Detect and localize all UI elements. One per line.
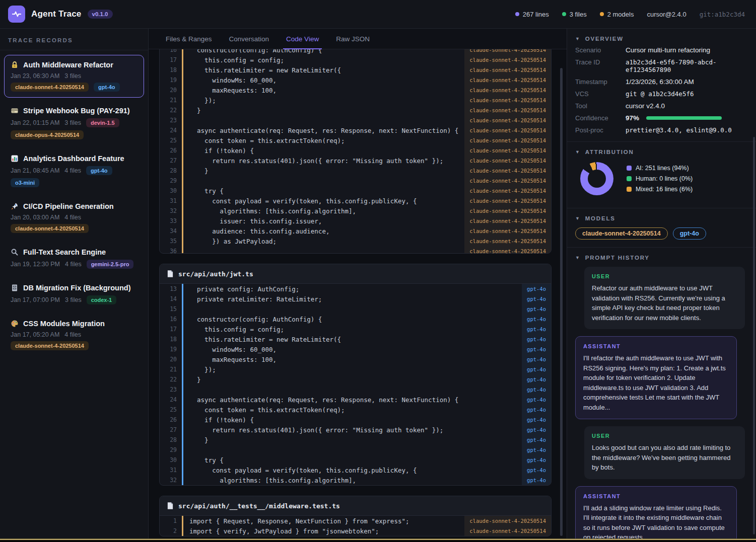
model-badge: gemini-2.5-pro xyxy=(87,260,134,269)
trace-title: Full-Text Search Engine xyxy=(23,248,106,256)
attribution-label: gpt-4o xyxy=(522,465,551,475)
legend-item: Mixed: 16 lines (6%) xyxy=(627,186,693,193)
trace-record-item[interactable]: CI/CD Pipeline GenerationJan 20, 03:00 A… xyxy=(4,196,144,239)
overview-label: Timestamp xyxy=(575,78,626,86)
main-scrollbar-thumb[interactable] xyxy=(560,68,563,536)
trace-file-count: 4 files xyxy=(64,167,81,174)
app-logo xyxy=(8,6,25,23)
code-text: } xyxy=(183,167,464,175)
code-text: this.config = config; xyxy=(183,326,522,333)
tab-files-ranges[interactable]: Files & Ranges xyxy=(166,29,212,49)
models-section: ▼ MODELS claude-sonnet-4-20250514gpt-4o xyxy=(567,208,756,248)
attribution-label: claude-sonnet-4-20250514 xyxy=(464,105,551,115)
trace-record-item[interactable]: Analytics Dashboard FeatureJan 21, 08:45… xyxy=(4,148,144,193)
overview-label: Scenario xyxy=(575,46,626,54)
line-number: 24 xyxy=(160,127,177,134)
code-view-scroll-area[interactable]: 16 constructor(config: AuthConfig) {clau… xyxy=(149,49,567,538)
line-number: 21 xyxy=(160,97,177,104)
trace-title: Analytics Dashboard Feature xyxy=(23,154,124,163)
trace-records-sidebar: TRACE RECORDS Auth Middleware RefactorJa… xyxy=(0,29,149,538)
model-badge: claude-sonnet-4-20250514 xyxy=(11,83,89,92)
model-pill[interactable]: claude-sonnet-4-20250514 xyxy=(575,227,668,240)
prompt-text: I'll add a sliding window rate limiter u… xyxy=(583,503,729,539)
line-number: 35 xyxy=(160,238,177,245)
trace-record-item[interactable]: DB Migration Fix (Background)Jan 17, 07:… xyxy=(4,278,144,311)
code-block-card: src/api/auth/__tests__/middleware.test.t… xyxy=(159,496,552,536)
attribution-label: gpt-4o xyxy=(522,395,551,405)
code-text: this.config = config; xyxy=(183,56,464,64)
trace-date: Jan 19, 12:30 PM xyxy=(11,261,60,268)
line-number: 14 xyxy=(160,295,177,302)
horizontal-scrollbar[interactable] xyxy=(0,538,756,542)
file-icon xyxy=(167,270,173,277)
attribution-label: claude-sonnet-4-20250514 xyxy=(464,216,551,226)
attribution-accent xyxy=(182,176,183,186)
line-number: 20 xyxy=(160,356,177,363)
trace-date: Jan 20, 03:00 AM xyxy=(11,214,59,221)
tab-raw-json[interactable]: Raw JSON xyxy=(336,29,370,49)
trace-file-count: 3 files xyxy=(64,72,81,80)
code-line: 29claude-sonnet-4-20250514 xyxy=(160,176,551,186)
prompt-assistant-card: ASSISTANTI'll refactor the auth middlewa… xyxy=(575,336,737,419)
code-text: private config: AuthConfig; xyxy=(183,285,522,293)
line-number: 13 xyxy=(160,285,177,292)
line-number: 25 xyxy=(160,137,177,144)
trace-list: Auth Middleware RefactorJan 23, 06:30 AM… xyxy=(0,50,148,364)
app-header: Agent Trace v0.1.0 267 lines3 files2 mod… xyxy=(0,0,756,29)
tab-conversation[interactable]: Conversation xyxy=(229,29,269,49)
line-number: 2 xyxy=(160,527,177,534)
trace-record-item[interactable]: Full-Text Search EngineJan 19, 12:30 PM4… xyxy=(4,242,144,275)
panel-scrollbar-thumb[interactable] xyxy=(753,137,755,534)
trace-file-count: 4 files xyxy=(64,214,81,221)
attribution-section-header[interactable]: ▼ ATTRIBUTION xyxy=(575,149,748,155)
line-number: 18 xyxy=(160,336,177,343)
code-text: this.rateLimiter = new RateLimiter({ xyxy=(183,336,522,343)
code-line: 36claude-sonnet-4-20250514 xyxy=(160,246,551,254)
prompt-assistant-card: ASSISTANTI'll add a sliding window rate … xyxy=(575,486,737,539)
models-section-header[interactable]: ▼ MODELS xyxy=(575,215,748,221)
line-number: 23 xyxy=(160,386,177,393)
trace-record-item[interactable]: Auth Middleware RefactorJan 23, 06:30 AM… xyxy=(4,55,144,98)
attribution-label: claude-sonnet-4-20250514 xyxy=(464,196,551,206)
code-text: windowMs: 60_000, xyxy=(183,346,522,353)
code-line: 22 }claude-sonnet-4-20250514 xyxy=(160,105,551,115)
code-text: import { verify, JwtPayload } from "json… xyxy=(183,527,464,535)
trace-file-count: 3 files xyxy=(65,296,82,303)
prompt-history-section-header[interactable]: ▼ PROMPT HISTORY xyxy=(575,255,748,261)
overview-value: git @ a1b2c3d4e5f6 xyxy=(626,90,694,98)
code-line: 27 return res.status(401).json({ error: … xyxy=(160,425,551,435)
code-line: 21 });gpt-4o xyxy=(160,364,551,374)
trace-record-item[interactable]: Stripe Webhook Bug (PAY-291)Jan 22, 01:1… xyxy=(4,101,144,145)
attribution-label: claude-sonnet-4-20250514 xyxy=(464,236,551,246)
code-line: 28 }claude-sonnet-4-20250514 xyxy=(160,166,551,176)
palette-icon xyxy=(11,320,19,328)
trace-record-item[interactable]: CSS Modules MigrationJan 17, 05:20 AM4 f… xyxy=(4,314,144,356)
prompt-user-card: USERRefactor our auth middleware to use … xyxy=(584,267,745,329)
overview-section-header[interactable]: ▼ OVERVIEW xyxy=(575,36,748,42)
line-number: 16 xyxy=(160,49,177,53)
model-pill[interactable]: gpt-4o xyxy=(673,227,706,240)
line-number: 26 xyxy=(160,416,177,423)
attribution-label: gpt-4o xyxy=(522,425,551,435)
trace-date: Jan 17, 07:00 PM xyxy=(11,296,60,303)
overview-row: ScenarioCursor multi-turn refactoring xyxy=(575,46,748,54)
code-line: 27 return res.status(401).json({ error: … xyxy=(160,156,551,166)
trace-title: Stripe Webhook Bug (PAY-291) xyxy=(23,107,130,115)
attribution-label: gpt-4o xyxy=(522,284,551,294)
attribution-label: gpt-4o xyxy=(522,304,551,314)
collapse-caret-icon: ▼ xyxy=(575,36,581,41)
prompt-role-label: ASSISTANT xyxy=(583,343,729,349)
attribution-label: claude-sonnet-4-20250514 xyxy=(464,166,551,176)
code-line: 19 windowMs: 60_000,gpt-4o xyxy=(160,344,551,354)
trace-file-count: 3 files xyxy=(64,119,81,126)
line-number: 29 xyxy=(160,446,177,453)
attribution-label: gpt-4o xyxy=(522,294,551,304)
collapse-caret-icon: ▼ xyxy=(575,149,581,154)
model-badge: codex-1 xyxy=(87,295,117,304)
code-line: 33 issuer: this.config.issuer,claude-son… xyxy=(160,216,551,226)
tab-code-view[interactable]: Code View xyxy=(286,29,319,49)
attribution-label: claude-sonnet-4-20250514 xyxy=(464,125,551,135)
collapse-caret-icon: ▼ xyxy=(575,216,581,221)
legend-label: AI: 251 lines (94%) xyxy=(636,165,689,172)
collapse-caret-icon: ▼ xyxy=(575,255,581,260)
